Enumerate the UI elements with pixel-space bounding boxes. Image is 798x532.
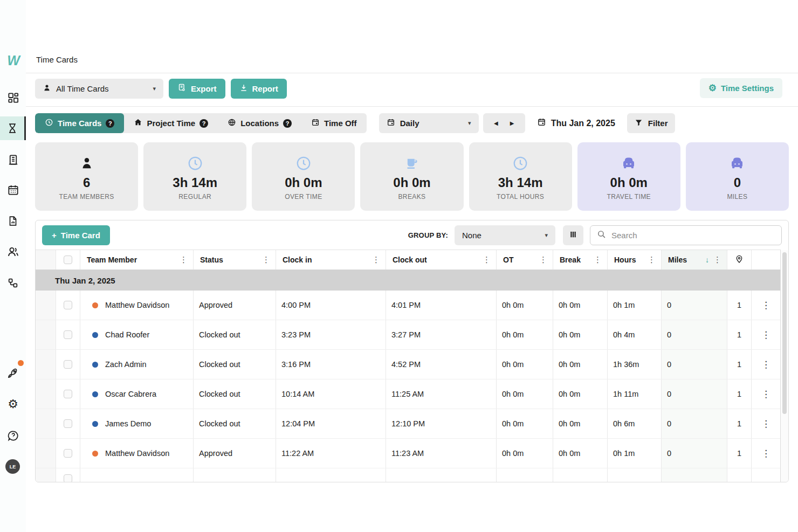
row-checkbox[interactable] xyxy=(64,330,72,339)
report-button[interactable]: Report xyxy=(231,79,287,99)
row-checkbox[interactable] xyxy=(64,360,72,369)
help-badge[interactable]: ? xyxy=(106,119,114,128)
dashboard-grid-icon xyxy=(7,92,19,104)
row-checkbox[interactable] xyxy=(64,301,72,309)
search-box xyxy=(590,225,782,245)
export-button[interactable]: Export xyxy=(169,79,225,99)
member-cell[interactable]: Zach Admin xyxy=(80,350,194,379)
sort-descending-icon[interactable]: ↓ xyxy=(705,255,709,264)
sidebar-item-integrations[interactable] xyxy=(0,271,26,295)
user-avatar[interactable]: LE xyxy=(5,459,20,474)
locations-cell xyxy=(727,468,752,482)
help-badge[interactable]: ? xyxy=(200,119,208,128)
col-header-team-member[interactable]: Team Member ⋮ xyxy=(80,250,194,270)
select-all-checkbox[interactable] xyxy=(64,255,72,264)
row-checkbox[interactable] xyxy=(64,449,72,458)
tab-project-time[interactable]: Project Time ? xyxy=(124,113,218,133)
scrollbar-thumb[interactable] xyxy=(782,252,787,414)
row-menu-button[interactable]: ⋮ xyxy=(752,320,781,349)
col-header-clock-out[interactable]: Clock out ⋮ xyxy=(386,250,497,270)
row-checkbox[interactable] xyxy=(64,419,72,428)
columns-icon xyxy=(569,230,577,240)
stat-label: BREAKS xyxy=(398,193,425,201)
member-cell[interactable]: James Demo xyxy=(80,409,194,438)
ot-cell xyxy=(497,468,553,482)
download-icon xyxy=(239,84,248,94)
column-menu-icon[interactable]: ⋮ xyxy=(713,255,721,265)
row-select-cell xyxy=(56,468,80,482)
table-row: Chad Roofer Clocked out 3:23 PM 3:27 PM … xyxy=(36,320,781,350)
row-menu-button[interactable]: ⋮ xyxy=(752,379,781,409)
home-icon xyxy=(134,118,142,128)
row-checkbox[interactable] xyxy=(64,474,72,483)
locations-cell: 1 xyxy=(727,320,752,349)
clock-out-cell: 4:01 PM xyxy=(386,291,497,320)
col-header-ot[interactable]: OT ⋮ xyxy=(497,250,553,270)
row-select-cell xyxy=(56,409,80,438)
ot-cell: 0h 0m xyxy=(497,291,553,320)
column-menu-icon[interactable]: ⋮ xyxy=(483,255,491,265)
notification-dot xyxy=(18,360,24,366)
group-by-dropdown[interactable]: None ▾ xyxy=(455,225,555,245)
column-menu-icon[interactable]: ⋮ xyxy=(180,255,188,265)
row-menu-button[interactable]: ⋮ xyxy=(752,439,781,468)
help-badge[interactable]: ? xyxy=(283,119,292,128)
add-time-card-button[interactable]: + Time Card xyxy=(42,225,110,245)
break-cell: 0h 0m xyxy=(553,350,608,379)
stat-regular: 3h 14m REGULAR xyxy=(143,142,246,211)
row-menu-button[interactable]: ⋮ xyxy=(752,409,781,438)
col-header-miles[interactable]: Miles ↓ ⋮ xyxy=(662,250,727,270)
sidebar-item-dashboard[interactable] xyxy=(0,86,26,109)
clock-in-cell: 3:23 PM xyxy=(276,320,386,349)
column-menu-icon[interactable]: ⋮ xyxy=(262,255,270,265)
row-checkbox[interactable] xyxy=(64,390,72,398)
col-header-clock-in[interactable]: Clock in ⋮ xyxy=(276,250,386,270)
hours-cell: 0h 6m xyxy=(608,409,662,438)
sidebar-item-team[interactable] xyxy=(0,240,26,264)
stat-total-hours: 3h 14m TOTAL HOURS xyxy=(469,142,572,211)
filter-funnel-icon xyxy=(635,119,643,128)
columns-button[interactable] xyxy=(563,225,583,245)
filter-button[interactable]: Filter xyxy=(627,113,676,133)
col-label: Status xyxy=(200,255,223,264)
member-cell[interactable]: Oscar Cabrera xyxy=(80,379,194,409)
sidebar-item-help[interactable] xyxy=(0,424,26,447)
scope-selector-dropdown[interactable]: All Time Cards ▾ xyxy=(35,79,163,99)
sidebar-item-settings[interactable]: ⚙ xyxy=(0,392,26,416)
member-cell[interactable]: Matthew Davidson xyxy=(80,439,194,468)
col-header-status[interactable]: Status ⋮ xyxy=(194,250,276,270)
row-menu-button[interactable]: ⋮ xyxy=(752,350,781,379)
column-menu-icon[interactable]: ⋮ xyxy=(594,255,602,265)
tab-time-cards[interactable]: Time Cards ? xyxy=(35,113,124,133)
prev-day-button[interactable]: ◀ xyxy=(494,120,498,126)
row-gutter xyxy=(36,379,56,409)
sidebar-item-schedule[interactable] xyxy=(0,178,26,202)
search-input[interactable] xyxy=(611,231,775,240)
stats-row: 6 TEAM MEMBERS 3h 14m REGULAR 0h 0m OVER… xyxy=(35,142,789,211)
col-header-locations[interactable] xyxy=(727,250,752,270)
column-menu-icon[interactable]: ⋮ xyxy=(539,255,547,265)
clock-out-cell: 11:25 AM xyxy=(386,379,497,409)
column-menu-icon[interactable]: ⋮ xyxy=(648,255,656,265)
column-menu-icon[interactable]: ⋮ xyxy=(372,255,380,265)
tab-locations[interactable]: Locations ? xyxy=(218,113,301,133)
sidebar-item-time-cards[interactable] xyxy=(0,116,26,140)
next-day-button[interactable]: ▶ xyxy=(510,120,514,126)
col-header-break[interactable]: Break ⋮ xyxy=(553,250,608,270)
tab-time-off[interactable]: Time Off xyxy=(301,113,367,133)
row-menu-button[interactable]: ⋮ xyxy=(752,291,781,320)
sidebar-item-reports[interactable] xyxy=(0,209,26,233)
member-cell[interactable]: Matthew Davidson xyxy=(80,291,194,320)
sidebar-item-rocket[interactable] xyxy=(0,361,26,385)
rocket-icon xyxy=(6,367,19,379)
table-row: James Demo Clocked out 12:04 PM 12:10 PM… xyxy=(36,409,781,439)
sidebar-item-company[interactable] xyxy=(0,148,26,171)
member-cell[interactable]: Chad Roofer xyxy=(80,320,194,349)
vertical-scrollbar[interactable] xyxy=(780,250,788,482)
group-by-value: None xyxy=(462,231,481,240)
scope-selector-value: All Time Cards xyxy=(56,84,109,93)
period-selector-dropdown[interactable]: Daily ▾ xyxy=(379,113,479,133)
col-header-hours[interactable]: Hours ⋮ xyxy=(608,250,662,270)
time-settings-button[interactable]: ⚙ Time Settings xyxy=(700,78,782,98)
clock-in-cell: 11:22 AM xyxy=(276,439,386,468)
